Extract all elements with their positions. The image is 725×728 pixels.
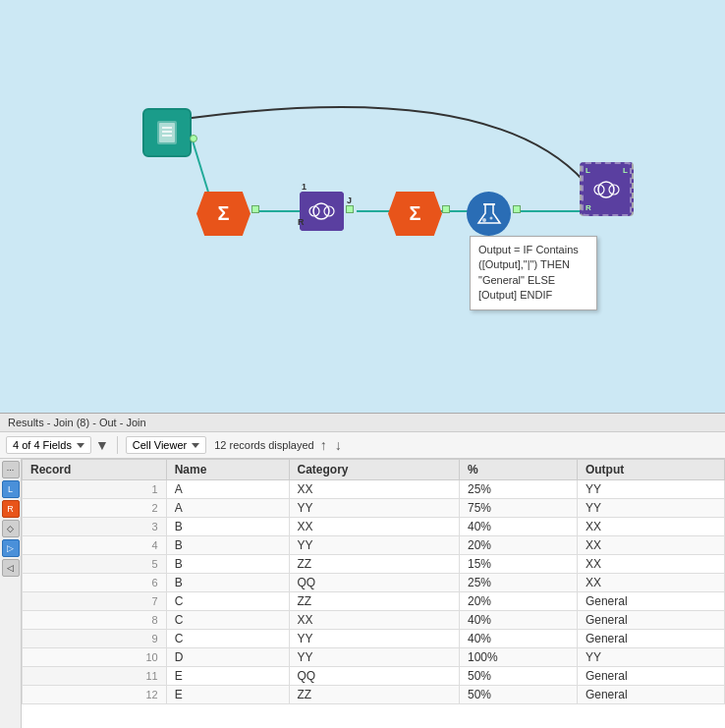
fields-chevron-icon xyxy=(77,443,84,448)
svg-point-14 xyxy=(482,218,486,222)
cell-0-0: 1 xyxy=(23,480,167,499)
col-header-record[interactable]: Record xyxy=(23,460,167,480)
cell-10-3: 50% xyxy=(460,667,578,686)
left-icon-dots[interactable]: ··· xyxy=(2,461,20,478)
cell-11-3: 50% xyxy=(460,686,578,704)
cell-10-1: E xyxy=(166,667,289,686)
node-sigma1[interactable]: Σ xyxy=(196,192,251,236)
cell-11-0: 12 xyxy=(23,686,167,704)
toolbar-separator xyxy=(117,436,118,454)
cell-2-3: 40% xyxy=(460,518,578,536)
cell-7-3: 40% xyxy=(460,611,578,630)
cell-9-1: D xyxy=(166,648,289,667)
left-icon-R[interactable]: R xyxy=(2,500,20,518)
cell-9-0: 10 xyxy=(23,648,167,667)
data-table-container[interactable]: Record Name Category % Output 1AXX25%YY2… xyxy=(22,459,725,728)
table-row[interactable]: 3BXX40%XX xyxy=(23,518,725,536)
cell-9-3: 100% xyxy=(460,648,578,667)
table-row[interactable]: 12EZZ50%General xyxy=(23,686,725,704)
cell-8-2: YY xyxy=(289,630,459,648)
cell-11-4: General xyxy=(577,686,724,704)
cell-3-0: 4 xyxy=(23,536,167,555)
cell-8-1: C xyxy=(166,630,289,648)
node-flask[interactable] xyxy=(467,192,511,236)
canvas-area: Σ 1 J R Σ xyxy=(0,0,725,413)
records-info: 12 records displayed xyxy=(214,439,314,451)
cell-1-4: YY xyxy=(577,499,724,518)
cell-9-2: YY xyxy=(289,648,459,667)
table-row[interactable]: 8CXX40%General xyxy=(23,611,725,630)
cell-0-2: XX xyxy=(289,480,459,499)
table-row[interactable]: 5BZZ15%XX xyxy=(23,555,725,574)
results-title-bar: Results - Join (8) - Out - Join xyxy=(0,414,725,432)
table-row[interactable]: 6BQQ25%XX xyxy=(23,574,725,592)
cell-3-1: B xyxy=(166,536,289,555)
cell-3-3: 20% xyxy=(460,536,578,555)
table-body: 1AXX25%YY2AYY75%YY3BXX40%XX4BYY20%XX5BZZ… xyxy=(23,480,725,704)
col-header-percent[interactable]: % xyxy=(460,460,578,480)
toolbar: 4 of 4 Fields ▼ Cell Viewer 12 records d… xyxy=(0,432,725,459)
cell-6-2: ZZ xyxy=(289,592,459,611)
connector-book xyxy=(190,135,197,142)
cell-0-3: 25% xyxy=(460,480,578,499)
left-icon-arrow-left[interactable]: ◁ xyxy=(2,559,20,577)
table-row[interactable]: 10DYY100%YY xyxy=(23,648,725,667)
fields-down-arrow[interactable]: ▼ xyxy=(95,437,109,453)
connector-join1 xyxy=(346,205,354,213)
table-row[interactable]: 9CYY40%General xyxy=(23,630,725,648)
data-table: Record Name Category % Output 1AXX25%YY2… xyxy=(22,459,725,704)
cell-0-1: A xyxy=(166,480,289,499)
cell-1-3: 75% xyxy=(460,499,578,518)
left-icons-panel: ··· L R ◇ ▷ ◁ xyxy=(0,459,22,728)
cell-10-4: General xyxy=(577,667,724,686)
results-body: ··· L R ◇ ▷ ◁ Record Name Category % Out… xyxy=(0,459,725,728)
sort-up-button[interactable]: ↑ xyxy=(318,437,329,453)
cell-4-4: XX xyxy=(577,555,724,574)
cell-3-2: YY xyxy=(289,536,459,555)
connector-sigma2 xyxy=(442,205,450,213)
results-title-text: Results - Join (8) - Out - Join xyxy=(8,417,146,428)
cell-6-4: General xyxy=(577,592,724,611)
fields-button[interactable]: 4 of 4 Fields xyxy=(6,436,91,454)
cell-10-0: 11 xyxy=(23,667,167,686)
cell-7-0: 8 xyxy=(23,611,167,630)
table-row[interactable]: 7CZZ20%General xyxy=(23,592,725,611)
svg-point-15 xyxy=(489,216,492,219)
cell-4-3: 15% xyxy=(460,555,578,574)
cell-1-2: YY xyxy=(289,499,459,518)
sort-down-button[interactable]: ↓ xyxy=(333,437,344,453)
node-output[interactable]: L L R xyxy=(580,162,634,216)
cell-7-4: General xyxy=(577,611,724,630)
cell-8-4: General xyxy=(577,630,724,648)
cell-9-4: YY xyxy=(577,648,724,667)
cell-7-1: C xyxy=(166,611,289,630)
cell-8-0: 9 xyxy=(23,630,167,648)
cell-1-1: A xyxy=(166,499,289,518)
cell-7-2: XX xyxy=(289,611,459,630)
cell-6-1: C xyxy=(166,592,289,611)
cell-5-1: B xyxy=(166,574,289,592)
node-join1[interactable]: 1 J R xyxy=(300,192,344,231)
table-row[interactable]: 11EQQ50%General xyxy=(23,667,725,686)
cell-viewer-chevron-icon xyxy=(192,443,199,448)
col-header-category[interactable]: Category xyxy=(289,460,459,480)
table-row[interactable]: 2AYY75%YY xyxy=(23,499,725,518)
cell-1-0: 2 xyxy=(23,499,167,518)
node-book[interactable] xyxy=(142,108,192,157)
col-header-output[interactable]: Output xyxy=(577,460,724,480)
table-row[interactable]: 1AXX25%YY xyxy=(23,480,725,499)
left-icon-arrow-right[interactable]: ▷ xyxy=(2,539,20,557)
cell-6-3: 20% xyxy=(460,592,578,611)
left-icon-L[interactable]: L xyxy=(2,480,20,498)
table-row[interactable]: 4BYY20%XX xyxy=(23,536,725,555)
cell-viewer-button[interactable]: Cell Viewer xyxy=(126,436,206,454)
cell-2-1: B xyxy=(166,518,289,536)
cell-0-4: YY xyxy=(577,480,724,499)
left-icon-diamond[interactable]: ◇ xyxy=(2,520,20,537)
fields-label: 4 of 4 Fields xyxy=(13,439,72,451)
cell-8-3: 40% xyxy=(460,630,578,648)
col-header-name[interactable]: Name xyxy=(166,460,289,480)
cell-3-4: XX xyxy=(577,536,724,555)
node-sigma2[interactable]: Σ xyxy=(388,192,442,236)
svg-point-16 xyxy=(598,182,614,197)
